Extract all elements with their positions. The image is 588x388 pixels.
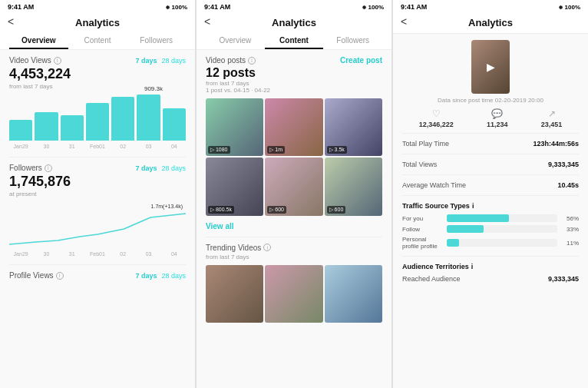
back-button-1[interactable]: < [8,15,14,28]
trending-label: Trending Videos i [206,244,271,252]
back-button-2[interactable]: < [204,15,210,28]
metric-comments: 💬 11,234 [487,108,508,128]
status-bar-1: 9:41 AM ⎈ 100% [0,0,195,12]
time-2: 9:41 AM [204,3,230,11]
trending-thumb-2[interactable] [265,265,322,323]
trending-thumb-1[interactable] [206,265,263,323]
bar-4 [86,103,109,141]
video-thumb-5[interactable]: ▷ 600 [265,158,322,215]
divider-p2 [206,237,382,237]
period-28days-views[interactable]: 28 days [161,57,186,65]
back-button-3[interactable]: < [401,15,407,28]
tab-followers-1[interactable]: Followers [127,33,186,49]
audience-title: Audience Territories i [402,263,579,270]
traffic-profile: Personal profile profile 11% [402,236,579,250]
video-thumb-1[interactable]: ▷ 1080 [206,98,263,156]
reached-audience-row: Reached Audience 9,333,345 [402,275,579,283]
status-icons-1: ⎈ 100% [166,4,187,11]
divider-stat3 [402,195,579,196]
battery-3: 100% [565,4,580,11]
traffic-follow: Follow 33% [402,225,579,233]
video-badge-1: ▷ 1080 [208,146,230,154]
tab-overview-2[interactable]: Overview [206,33,265,49]
video-badge-6: ▷ 600 [327,206,346,214]
video-thumb-3[interactable]: ▷ 3.5k [325,98,382,156]
info-icon-audience: i [471,263,474,270]
header-3: < Analytics [393,12,588,34]
tab-content-1[interactable]: Content [68,33,127,49]
period-28days-followers[interactable]: 28 days [161,164,186,172]
panel-2-content: Video posts i Create post 12 posts from … [197,50,391,388]
panel-3: 9:41 AM ⎈ 100% < Analytics ▶ Data since … [393,0,588,388]
video-preview: ▶ [471,40,510,94]
tabs-2: Overview Content Followers [206,33,382,49]
traffic-pct-follow: 33% [562,226,579,233]
battery-1: 100% [172,4,187,11]
profile-views-label: Profile Views i [9,271,64,280]
chart-annotation: 909.3k [144,85,163,92]
share-icon: ↗ [548,108,556,119]
stat-play-time: Total Play Time 123h:44m:56s [402,140,579,148]
page-title-2: Analytics [272,17,316,28]
play-icon: ▶ [487,61,495,73]
profile-views-header: Profile Views i 7 days 28 days [9,271,186,280]
status-bar-3: 9:41 AM ⎈ 100% [393,0,588,12]
view-all-button[interactable]: View all [206,222,382,230]
traffic-bar-wrap-profile [447,239,557,247]
page-title-1: Analytics [75,17,120,28]
bar-3 [61,115,84,141]
bluetooth-icon-2: ⎈ [362,4,366,11]
period-selector-followers: 7 days 28 days [135,164,186,172]
trending-thumb-3[interactable] [325,265,382,323]
stat-val-watchtime: 10.45s [557,181,579,189]
video-views-label: Video Views i [9,56,61,65]
create-post-button[interactable]: Create post [340,56,382,65]
time-3: 9:41 AM [401,3,427,11]
bar-chart: 909.3k [9,95,186,141]
traffic-bar-foryou [447,214,509,222]
period-selector-profile: 7 days 28 days [135,272,186,280]
video-thumb-2[interactable]: ▷ 1m [265,98,322,156]
traffic-label-follow: Follow [402,226,442,233]
shares-value: 23,451 [541,121,563,128]
video-posts-label: Video posts i [206,56,256,65]
tabs-1: Overview Content Followers [9,33,186,49]
divider-stat1 [402,154,579,154]
divider-1 [9,157,186,158]
bar-7 [163,108,186,141]
period-7days-profile[interactable]: 7 days [135,272,157,280]
followers-header: Followers i 7 days 28 days [9,164,186,172]
header-1: < Analytics Overview Content Followers [0,12,195,50]
status-icons-3: ⎈ 100% [559,4,580,11]
info-icon-profile: i [56,272,64,280]
info-icon-posts: i [248,57,256,65]
traffic-bar-wrap-foryou [447,214,557,222]
video-posts-header: Video posts i Create post [206,56,382,65]
tab-followers-2[interactable]: Followers [323,33,382,49]
comment-icon: 💬 [491,108,503,119]
video-views-value: 4,453,224 [9,66,186,82]
period-selector-views: 7 days 28 days [135,57,186,65]
time-1: 9:41 AM [8,3,34,11]
traffic-pct-foryou: 56% [562,215,579,222]
bar-5 [111,97,134,141]
bar-labels: Jan29 30 31 Feb01 02 03 04 [9,144,186,149]
metric-likes: ♡ 12,346,222 [419,108,454,128]
traffic-bar-profile [447,239,459,247]
period-7days-followers[interactable]: 7 days [135,164,157,172]
data-since: Data since post time 02-20-2019 20:00 [402,97,579,104]
traffic-label-foryou: For you [402,215,442,222]
period-28days-profile[interactable]: 28 days [161,272,186,280]
period-7days-views[interactable]: 7 days [135,57,157,65]
video-grid: ▷ 1080 ▷ 1m ▷ 3.5k ▷ 800.5k ▷ 600 ▷ 600 [206,98,382,216]
video-thumb-6[interactable]: ▷ 600 [325,158,382,215]
page-title-3: Analytics [468,17,513,28]
panel-2: 9:41 AM ⎈ 100% < Analytics Overview Cont… [197,0,391,388]
status-icons-2: ⎈ 100% [362,4,384,11]
info-icon-traffic: i [472,202,474,210]
panel-1-content: Video Views i 7 days 28 days 4,453,224 f… [0,50,195,388]
traffic-bar-wrap-follow [447,225,557,233]
tab-content-2[interactable]: Content [265,33,324,49]
video-thumb-4[interactable]: ▷ 800.5k [206,158,263,215]
tab-overview-1[interactable]: Overview [9,33,68,49]
